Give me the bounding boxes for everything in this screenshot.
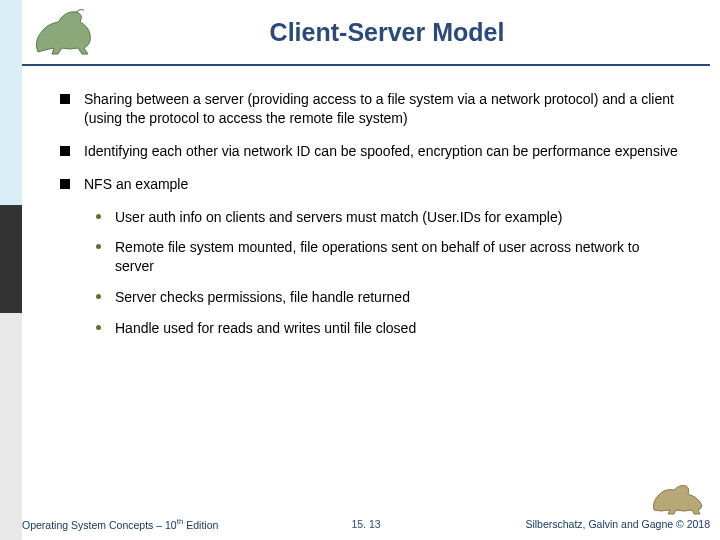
- dinosaur-icon: [28, 4, 114, 60]
- dot-bullet-icon: [96, 325, 101, 330]
- footer-right-wrap: Silberschatz, Galvin and Gagne © 2018: [525, 480, 710, 530]
- dot-bullet-icon: [96, 214, 101, 219]
- slide-footer: Operating System Concepts – 10th Edition…: [22, 480, 710, 530]
- bullet-level2: Server checks permissions, file handle r…: [96, 288, 680, 307]
- footer-left: Operating System Concepts – 10th Edition: [22, 517, 218, 531]
- left-decorative-stripe: [0, 0, 22, 540]
- slide-header: Client-Server Model: [22, 0, 720, 64]
- dinosaur-icon: [650, 480, 710, 516]
- bullet-level2: User auth info on clients and servers mu…: [96, 208, 680, 227]
- square-bullet-icon: [60, 179, 70, 189]
- slide-title: Client-Server Model: [114, 18, 720, 47]
- bullet-text: NFS an example: [84, 175, 188, 194]
- square-bullet-icon: [60, 146, 70, 156]
- bullet-text: Sharing between a server (providing acce…: [84, 90, 680, 128]
- bullet-text: Identifying each other via network ID ca…: [84, 142, 678, 161]
- bullet-text: User auth info on clients and servers mu…: [115, 208, 562, 227]
- bullet-text: Server checks permissions, file handle r…: [115, 288, 410, 307]
- bullet-text: Remote file system mounted, file operati…: [115, 238, 680, 276]
- slide-content: Sharing between a server (providing acce…: [60, 90, 680, 350]
- bullet-level1: Identifying each other via network ID ca…: [60, 142, 680, 161]
- footer-book-title-b: Edition: [183, 518, 218, 530]
- header-rule: [22, 64, 710, 66]
- bullet-level1: NFS an example: [60, 175, 680, 194]
- square-bullet-icon: [60, 94, 70, 104]
- slide-number: 15. 13: [351, 518, 380, 530]
- dot-bullet-icon: [96, 244, 101, 249]
- dot-bullet-icon: [96, 294, 101, 299]
- bullet-level2: Handle used for reads and writes until f…: [96, 319, 680, 338]
- footer-book-title-a: Operating System Concepts – 10: [22, 518, 177, 530]
- bullet-level1: Sharing between a server (providing acce…: [60, 90, 680, 128]
- bullet-level2: Remote file system mounted, file operati…: [96, 238, 680, 276]
- bullet-text: Handle used for reads and writes until f…: [115, 319, 416, 338]
- footer-copyright: Silberschatz, Galvin and Gagne © 2018: [525, 518, 710, 530]
